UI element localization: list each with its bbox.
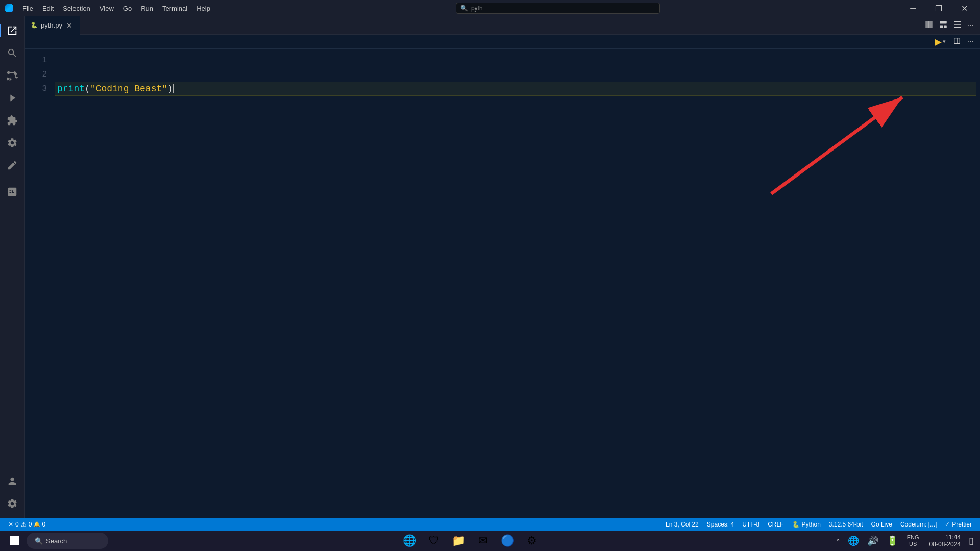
- run-dropdown-arrow[interactable]: ▾: [943, 38, 946, 45]
- activity-json[interactable]: [2, 182, 22, 202]
- activity-account[interactable]: [2, 471, 22, 491]
- status-right: Ln 3, Col 22 Spaces: 4 UTF-8 CRLF 🐍 Pyth…: [662, 518, 976, 531]
- close-button[interactable]: ✕: [952, 0, 976, 16]
- taskbar-settings[interactable]: ⚙: [521, 531, 543, 551]
- string-literal: "Coding Beast": [90, 82, 167, 96]
- editor-tab-pyth[interactable]: 🐍 pyth.py ✕: [24, 16, 80, 35]
- svg-rect-5: [954, 27, 961, 28]
- menu-selection[interactable]: Selection: [59, 0, 94, 16]
- taskbar-vscode[interactable]: 🔵: [496, 531, 519, 551]
- menu-edit[interactable]: Edit: [38, 0, 58, 16]
- run-python-button[interactable]: ▶ ▾: [932, 35, 949, 48]
- status-errors[interactable]: ✕ 0 ⚠ 0 🔔 0: [4, 518, 50, 531]
- info-count: 0: [42, 521, 45, 528]
- activity-extensions[interactable]: [2, 110, 22, 131]
- activity-bottom-items: [2, 471, 22, 518]
- status-python-version[interactable]: 3.12.5 64-bit: [825, 518, 867, 531]
- taskbar-right: ^ 🌐 🔊 🔋 ENGUS 11:44 08-08-2024 ▯: [834, 534, 976, 548]
- activity-explorer[interactable]: [2, 20, 22, 41]
- taskbar-time-value: 11:44: [929, 534, 961, 541]
- line-num-1: 1: [29, 53, 47, 67]
- status-encoding[interactable]: UTF-8: [738, 518, 764, 531]
- status-codeium[interactable]: Codeium: [...]: [896, 518, 941, 531]
- taskbar-brave[interactable]: 🛡: [423, 531, 445, 551]
- status-go-live[interactable]: Go Live: [867, 518, 896, 531]
- more-button[interactable]: ···: [965, 36, 976, 47]
- taskbar-explorer[interactable]: 📁: [447, 531, 470, 551]
- python-file-icon: 🐍: [31, 22, 38, 29]
- taskbar-battery[interactable]: 🔋: [884, 535, 901, 546]
- status-language[interactable]: 🐍 Python: [788, 518, 825, 531]
- taskbar-apps: 🌐 🛡 📁 ✉ 🔵 ⚙: [110, 531, 831, 551]
- taskbar-language[interactable]: ENGUS: [903, 534, 923, 547]
- menu-file[interactable]: File: [18, 0, 37, 16]
- titlebar: File Edit Selection View Go Run Terminal…: [0, 0, 980, 16]
- activity-run-debug[interactable]: [2, 88, 22, 108]
- keyword-print: print: [57, 82, 85, 96]
- taskbar-search[interactable]: 🔍 Search: [27, 533, 108, 549]
- split-editor-button[interactable]: [922, 18, 936, 33]
- taskbar-clock[interactable]: 11:44 08-08-2024: [925, 534, 965, 548]
- activity-testing[interactable]: [2, 133, 22, 153]
- paren-close: ): [167, 82, 173, 96]
- title-search-box[interactable]: 🔍 pyth: [456, 3, 660, 14]
- main-layout: 🐍 pyth.py ✕ ··· ▶: [0, 16, 980, 518]
- python-language-icon: 🐍: [792, 521, 800, 528]
- menu-bar: File Edit Selection View Go Run Terminal…: [18, 0, 214, 16]
- menu-terminal[interactable]: Terminal: [158, 0, 191, 16]
- editor-toolbar: ▶ ▾ ···: [24, 35, 980, 49]
- taskbar-search-label: Search: [46, 537, 67, 545]
- text-cursor: [173, 84, 174, 93]
- menu-run[interactable]: Run: [137, 0, 157, 16]
- tab-close-button[interactable]: ✕: [65, 21, 74, 30]
- code-content[interactable]: print("Coding Beast"): [55, 49, 976, 518]
- customize-layout-button[interactable]: [951, 18, 964, 33]
- taskbar-date-value: 08-08-2024: [929, 541, 961, 548]
- activity-pen[interactable]: [2, 155, 22, 176]
- minimap[interactable]: [976, 49, 980, 518]
- warning-count: 0: [29, 521, 32, 528]
- tab-filename: pyth.py: [41, 21, 62, 29]
- svg-rect-3: [954, 21, 961, 22]
- svg-rect-0: [940, 21, 947, 23]
- windows-start-button[interactable]: [4, 532, 24, 550]
- status-prettier[interactable]: ✓ Prettier: [941, 518, 976, 531]
- maximize-button[interactable]: ❐: [927, 0, 950, 16]
- window-controls: ─ ❐ ✕: [901, 0, 976, 16]
- title-search-text: pyth: [471, 5, 483, 12]
- status-cursor[interactable]: Ln 3, Col 22: [662, 518, 703, 531]
- menu-go[interactable]: Go: [119, 0, 136, 16]
- svg-rect-4: [954, 24, 961, 25]
- paren-open: (: [85, 82, 90, 96]
- status-line-ending[interactable]: CRLF: [764, 518, 788, 531]
- taskbar-sound[interactable]: 🔊: [864, 535, 881, 546]
- check-icon: ✓: [945, 521, 950, 528]
- menu-help[interactable]: Help: [192, 0, 214, 16]
- more-actions-button[interactable]: ···: [965, 19, 976, 32]
- menu-view[interactable]: View: [95, 0, 118, 16]
- layout-button[interactable]: [937, 18, 950, 33]
- svg-rect-1: [940, 25, 943, 28]
- editor-area: 🐍 pyth.py ✕ ··· ▶: [24, 16, 980, 518]
- minimize-button[interactable]: ─: [901, 0, 925, 16]
- prettier-label: Prettier: [952, 521, 972, 528]
- svg-rect-2: [944, 25, 946, 28]
- taskbar-network[interactable]: 🌐: [845, 535, 862, 546]
- taskbar-show-desktop[interactable]: ▯: [967, 535, 976, 546]
- taskbar-edge[interactable]: 🌐: [398, 531, 421, 551]
- search-icon: 🔍: [460, 5, 468, 12]
- error-icon: ✕: [8, 521, 13, 528]
- code-editor[interactable]: 1 2 3 print("Coding Beast"): [24, 49, 980, 518]
- code-line-1: [55, 53, 976, 67]
- activity-bar: [0, 16, 24, 518]
- vscode-logo: [4, 3, 14, 13]
- title-search-area: 🔍 pyth: [218, 3, 897, 14]
- activity-source-control[interactable]: [2, 65, 22, 86]
- activity-search[interactable]: [2, 43, 22, 63]
- taskbar-chevron[interactable]: ^: [834, 537, 843, 545]
- tab-bar: 🐍 pyth.py ✕ ···: [24, 16, 980, 35]
- taskbar-mail[interactable]: ✉: [472, 531, 494, 551]
- activity-settings[interactable]: [2, 493, 22, 514]
- split-view-button[interactable]: [951, 36, 963, 48]
- status-spaces[interactable]: Spaces: 4: [703, 518, 738, 531]
